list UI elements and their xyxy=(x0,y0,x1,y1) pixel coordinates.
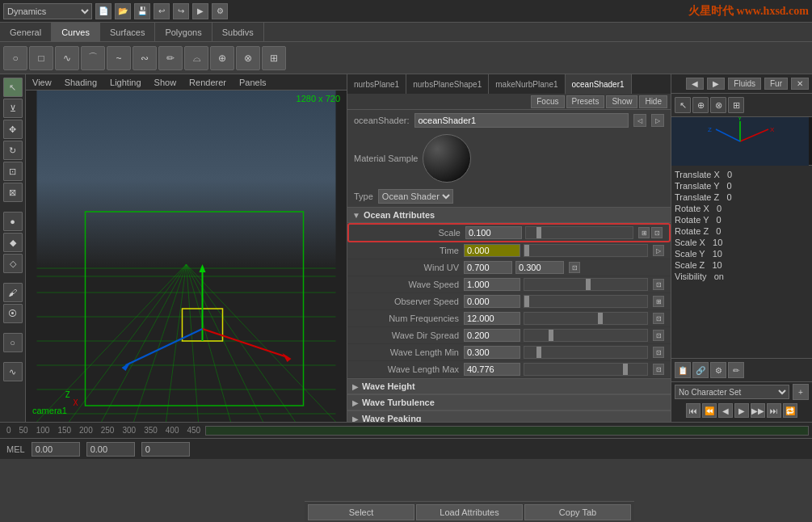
shelf-icon-square[interactable]: □ xyxy=(29,46,53,70)
shelf-tab-surfaces[interactable]: Surfaces xyxy=(100,23,155,41)
poly-tool-btn[interactable]: ◆ xyxy=(3,233,23,252)
rp-fur-btn[interactable]: Fur xyxy=(764,78,788,90)
wind-grid-btn[interactable]: ⊡ xyxy=(569,262,580,273)
pb-next-btn[interactable]: ▶▶ xyxy=(751,403,765,418)
wave-len-max-slider[interactable] xyxy=(524,363,648,376)
new-file-btn[interactable]: 📄 xyxy=(95,3,111,19)
wave-speed-input[interactable] xyxy=(464,278,520,291)
scale-tool-btn[interactable]: ⊡ xyxy=(3,162,23,181)
char-set-dropdown[interactable]: No Character Set xyxy=(675,385,789,399)
attrs-panel[interactable]: ▼ Ocean Attributes Scale ⊞ ⊡ Time xyxy=(347,207,671,422)
observer-speed-input[interactable] xyxy=(464,295,520,308)
viewport-canvas[interactable]: Z X 1280 x 720 camera1 xyxy=(26,91,347,422)
shelf-tab-curves[interactable]: Curves xyxy=(52,23,100,41)
shelf-icon-curve3[interactable]: ~ xyxy=(107,46,131,70)
wave-len-max-input[interactable] xyxy=(464,363,520,376)
settings-btn[interactable]: ⚙ xyxy=(212,3,228,19)
shelf-icon-curve4[interactable]: ∾ xyxy=(133,46,157,70)
wave-dir-slider[interactable] xyxy=(524,329,648,342)
wave-height-header[interactable]: ▶ Wave Height xyxy=(347,378,671,394)
save-file-btn[interactable]: 💾 xyxy=(134,3,150,19)
copy-tab-button[interactable]: Copy Tab xyxy=(524,504,631,520)
wave-speed-slider[interactable] xyxy=(524,278,648,291)
rp-icon4[interactable]: ⊞ xyxy=(728,97,744,113)
shelf-tab-subdivs[interactable]: Subdivs xyxy=(212,23,264,41)
status-input-x[interactable] xyxy=(32,442,80,457)
shelf-icon-pencil[interactable]: ✏ xyxy=(158,46,183,70)
open-file-btn[interactable]: 📂 xyxy=(115,3,131,19)
shelf-icon-tool2[interactable]: ⊗ xyxy=(236,46,260,70)
type-select[interactable]: Ocean Shader xyxy=(378,189,453,204)
time-map-btn[interactable]: ▷ xyxy=(653,245,664,256)
presets-button[interactable]: Presets xyxy=(566,95,605,108)
rp-forward-btn[interactable]: ▶ xyxy=(707,78,725,90)
shader-input[interactable] xyxy=(414,113,629,128)
rp-fluids-btn[interactable]: Fluids xyxy=(728,78,761,90)
status-input-y[interactable] xyxy=(86,442,135,457)
pb-start-btn[interactable]: ⏮ xyxy=(686,403,701,418)
wave-peaking-header[interactable]: ▶ Wave Peaking xyxy=(347,410,671,422)
render-btn[interactable]: ▶ xyxy=(192,3,208,19)
attr-tab-nurbs-shape[interactable]: nurbsPlaneShape1 xyxy=(406,74,489,94)
shelf-icon-arc[interactable]: ⌓ xyxy=(184,46,208,70)
pb-end-btn[interactable]: ⏭ xyxy=(767,403,781,418)
wave-dir-grid-btn[interactable]: ⊡ xyxy=(653,330,664,341)
rp-close-btn[interactable]: ✕ xyxy=(791,78,809,90)
dynamics-dropdown[interactable]: Dynamics xyxy=(3,3,92,19)
shelf-tab-general[interactable]: General xyxy=(0,23,52,41)
show-button[interactable]: Show xyxy=(606,95,637,108)
wave-len-min-slider[interactable] xyxy=(524,346,648,359)
time-input[interactable] xyxy=(464,244,520,257)
view-menu[interactable]: View xyxy=(26,74,58,90)
num-freq-slider[interactable] xyxy=(524,312,648,325)
wave-len-min-grid-btn[interactable]: ⊡ xyxy=(653,347,664,358)
pb-prev-btn[interactable]: ⏪ xyxy=(702,403,717,418)
shelf-icon-curve1[interactable]: ∿ xyxy=(55,46,79,70)
shading-menu[interactable]: Shading xyxy=(58,74,103,90)
rp-bottom-icon3[interactable]: ⚙ xyxy=(710,362,726,378)
attr-tab-make-nurbs[interactable]: makeNurbPlane1 xyxy=(489,74,565,94)
scale-map-btn[interactable]: ⊞ xyxy=(638,227,650,238)
show-menu[interactable]: Show xyxy=(148,74,183,90)
rp-icon2[interactable]: ⊕ xyxy=(692,97,709,113)
shelf-icon-tool3[interactable]: ⊞ xyxy=(262,46,286,70)
extras-btn[interactable]: ∿ xyxy=(3,362,23,381)
paint-tool-btn[interactable]: 🖌 xyxy=(3,283,23,302)
hide-button[interactable]: Hide xyxy=(639,95,667,108)
panels-menu[interactable]: Panels xyxy=(233,74,273,90)
sphere-tool-btn[interactable]: ● xyxy=(3,212,23,231)
rp-icon3[interactable]: ⊗ xyxy=(710,97,726,113)
sculpt-tool-btn[interactable]: ⦿ xyxy=(3,304,23,323)
attr-tab-nurbs1[interactable]: nurbsPlane1 xyxy=(347,74,406,94)
select-tool-btn[interactable]: ↖ xyxy=(3,78,23,97)
select-button[interactable]: Select xyxy=(308,504,414,520)
scale-slider[interactable] xyxy=(525,226,633,239)
pb-back-btn[interactable]: ◀ xyxy=(718,403,733,418)
pb-loop-btn[interactable]: 🔁 xyxy=(783,403,797,418)
wind-uv-val2[interactable] xyxy=(515,261,564,274)
undo-btn[interactable]: ↩ xyxy=(154,3,170,19)
scale-grid-btn[interactable]: ⊡ xyxy=(651,227,663,238)
shelf-icon-circle[interactable]: ○ xyxy=(3,46,27,70)
rp-bottom-icon4[interactable]: ✏ xyxy=(728,362,744,378)
status-input-z[interactable] xyxy=(141,442,190,457)
focus-button[interactable]: Focus xyxy=(531,95,564,108)
shader-arrow-left[interactable]: ◁ xyxy=(633,114,646,127)
circle-display-btn[interactable]: ○ xyxy=(3,333,23,352)
shader-arrow-right[interactable]: ▷ xyxy=(651,114,664,127)
observer-speed-slider[interactable] xyxy=(524,295,648,308)
lighting-menu[interactable]: Lighting xyxy=(103,74,148,90)
lasso-tool-btn[interactable]: ⊻ xyxy=(3,99,23,118)
shelf-icon-curve2[interactable]: ⌒ xyxy=(81,46,105,70)
char-set-icon[interactable]: + xyxy=(793,384,809,400)
scale-input[interactable] xyxy=(465,226,522,239)
rp-icon1[interactable]: ↖ xyxy=(675,97,691,113)
attr-tab-ocean-shader[interactable]: oceanShader1 xyxy=(566,74,632,94)
wave-dir-input[interactable] xyxy=(464,329,520,342)
shelf-tab-polygons[interactable]: Polygons xyxy=(155,23,212,41)
wave-len-min-input[interactable] xyxy=(464,346,520,359)
renderer-menu[interactable]: Renderer xyxy=(183,74,233,90)
timeline-bar[interactable] xyxy=(205,426,809,436)
wind-uv-val1[interactable] xyxy=(464,261,512,274)
wave-speed-grid-btn[interactable]: ⊡ xyxy=(653,279,664,290)
